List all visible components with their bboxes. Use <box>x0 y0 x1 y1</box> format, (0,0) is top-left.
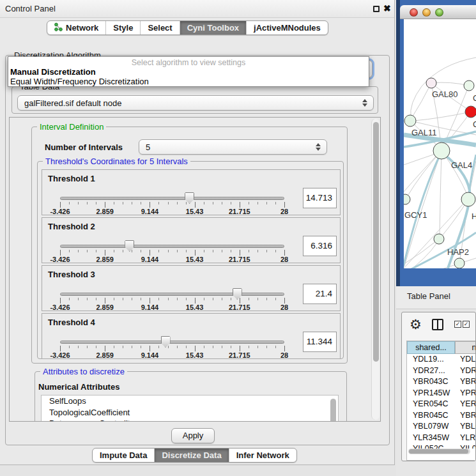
threshold-2-value-field[interactable]: 6.316 <box>303 236 337 256</box>
combo-arrows-icon <box>316 143 321 151</box>
node-label: GAL11 <box>411 128 437 137</box>
table-panel: Table Panel ⚙ ✓ ✓ shared... n YDL19...YD… <box>396 286 476 476</box>
network-node[interactable] <box>404 115 416 127</box>
tab-select[interactable]: Select <box>140 21 179 35</box>
threshold-1-label: Threshold 1 <box>48 174 95 183</box>
float-window-icon[interactable] <box>373 6 380 12</box>
slider-track[interactable] <box>60 197 284 200</box>
network-node[interactable] <box>464 81 474 91</box>
table-row[interactable]: YER054CYER0 <box>407 399 476 410</box>
slider-track[interactable] <box>60 341 284 344</box>
tab-cyni-toolbox[interactable]: Cyni Toolbox <box>180 21 246 35</box>
node-label: GA <box>473 93 476 103</box>
network-node[interactable] <box>465 106 476 118</box>
tab-infer-network-label: Infer Network <box>236 450 289 460</box>
table-row[interactable]: YIL052CYIL0 <box>407 443 476 449</box>
control-panel: Control Panel ✖ Network Style Select Cyn… <box>0 0 395 465</box>
table-panel-body: ⚙ ✓ ✓ shared... n YDL19...YDL1 YDR27...Y… <box>401 312 476 461</box>
settings-scrollbar[interactable] <box>371 119 380 420</box>
column-header-name[interactable]: n <box>455 341 476 354</box>
network-canvas[interactable]: GAL80GACGAL11GAL4GCY1HHAP2 <box>404 19 476 268</box>
network-window: GAL80GACGAL11GAL4GCY1HHAP2 <box>396 0 476 286</box>
table-rows: YDL19...YDL1 YDR27...YDR2 YBR043CYBR0 YP… <box>407 354 476 449</box>
network-window-titlebar[interactable] <box>400 5 476 19</box>
scrollbar-thumb[interactable] <box>409 449 468 454</box>
scrollbar-thumb[interactable] <box>373 122 379 362</box>
threshold-1-value-field[interactable]: 14.713 <box>303 188 337 208</box>
table-row[interactable]: YBR045CYBR0 <box>407 410 476 422</box>
node-label: GCY1 <box>404 210 427 220</box>
tab-jactivemnodules-label: jActiveMNodules <box>254 23 321 33</box>
minimize-traffic-light[interactable] <box>422 8 431 17</box>
slider-track[interactable] <box>60 245 284 248</box>
threshold-4-box: Threshold 4 11.344 -3.4262.8599.14415.43… <box>42 313 341 359</box>
interval-definition-group: Interval Definition Number of Intervals … <box>31 127 348 364</box>
numerical-attributes-list: SelfLoops TopologicalCoefficient Between… <box>41 395 339 422</box>
list-scrollbar[interactable] <box>330 399 336 422</box>
list-item[interactable]: SelfLoops <box>42 395 338 407</box>
table-row[interactable]: YBR043CYBR0 <box>407 376 476 388</box>
tab-style[interactable]: Style <box>105 21 140 35</box>
threshold-3-label: Threshold 3 <box>48 270 95 279</box>
table-horizontal-scrollbar[interactable] <box>408 449 470 454</box>
tab-network[interactable]: Network <box>47 21 105 35</box>
zoom-traffic-light[interactable] <box>435 8 443 17</box>
threshold-4-label: Threshold 4 <box>48 318 95 327</box>
list-item[interactable]: TopologicalCoefficient <box>42 407 338 418</box>
table-row[interactable]: YDL19...YDL1 <box>407 354 476 365</box>
thresholds-group: Threshold's Coordinates for 5 Intervals … <box>37 161 344 359</box>
tab-discretize-data[interactable]: Discretize Data <box>154 449 228 462</box>
table-data-selected: galFiltered.sif default node <box>24 98 121 108</box>
tab-discretize-data-label: Discretize Data <box>162 450 221 460</box>
number-of-intervals-combobox[interactable]: 5 <box>139 139 327 155</box>
threshold-2-label: Threshold 2 <box>48 222 95 231</box>
interval-definition-label: Interval Definition <box>37 122 106 132</box>
close-icon[interactable]: ✖ <box>383 3 391 13</box>
column-settings-icon[interactable] <box>432 319 443 330</box>
network-node[interactable] <box>426 78 436 88</box>
number-of-intervals-value: 5 <box>146 142 150 152</box>
network-node[interactable] <box>454 258 464 268</box>
table-data-combobox[interactable]: galFiltered.sif default node <box>17 95 374 111</box>
gear-icon[interactable]: ⚙ <box>410 316 422 333</box>
close-traffic-light[interactable] <box>410 8 418 17</box>
network-node[interactable] <box>461 192 475 206</box>
tab-network-label: Network <box>66 23 98 33</box>
attributes-group: Attributes to discretize Numerical Attri… <box>35 371 347 422</box>
table-row[interactable]: YLR345WYLR3 <box>407 433 476 444</box>
tab-impute-data[interactable]: Impute Data <box>93 449 154 462</box>
threshold-4-value-field[interactable]: 11.344 <box>303 332 337 352</box>
tab-jactivemnodules[interactable]: jActiveMNodules <box>246 21 328 35</box>
tab-style-label: Style <box>113 23 133 33</box>
tab-impute-data-label: Impute Data <box>100 450 147 460</box>
threshold-3-value-field[interactable]: 21.4 <box>303 284 337 304</box>
network-node[interactable] <box>434 234 444 244</box>
node-table: shared... n YDL19...YDL1 YDR27...YDR2 YB… <box>406 341 475 461</box>
dropdown-option-equal-width[interactable]: Equal Width/Frequency Discretization <box>10 77 149 86</box>
algorithm-dropdown-popup: Select algorithm to view settings Manual… <box>8 56 369 87</box>
network-node[interactable] <box>433 142 450 159</box>
column-header-shared-name[interactable]: shared... <box>407 341 455 354</box>
tab-infer-network[interactable]: Infer Network <box>229 449 296 462</box>
slider-track[interactable] <box>60 293 284 296</box>
threshold-1-box: Threshold 1 14.713 -3.4262.8599.14415.43… <box>42 169 341 215</box>
apply-button[interactable]: Apply <box>171 428 215 443</box>
threshold-2-box: Threshold 2 6.316 -3.4262.8599.14415.432… <box>42 217 341 263</box>
node-label: C <box>473 119 476 129</box>
dropdown-hint: Select algorithm to view settings <box>8 58 369 67</box>
number-of-intervals-label: Number of Intervals <box>45 142 123 152</box>
checkbox-icon[interactable]: ✓ <box>463 321 470 328</box>
node-label: GAL4 <box>451 160 472 170</box>
checkbox-icon[interactable]: ✓ <box>454 321 461 328</box>
network-icon <box>54 22 63 34</box>
table-row[interactable]: YDR27...YDR2 <box>407 365 476 377</box>
list-item[interactable]: BetweennessCentrality <box>42 418 338 422</box>
numerical-attributes-label: Numerical Attributes <box>38 382 119 392</box>
table-data-group: Table Data galFiltered.sif default node <box>12 86 378 114</box>
table-panel-titlebar: Table Panel <box>396 286 476 309</box>
window-frame-edge <box>396 0 400 286</box>
network-node[interactable] <box>404 194 410 204</box>
table-row[interactable]: YPR145WYPR1 <box>407 388 476 399</box>
dropdown-option-manual[interactable]: Manual Discretization <box>10 67 96 77</box>
table-row[interactable]: YBL079WYBL0 <box>407 421 476 433</box>
